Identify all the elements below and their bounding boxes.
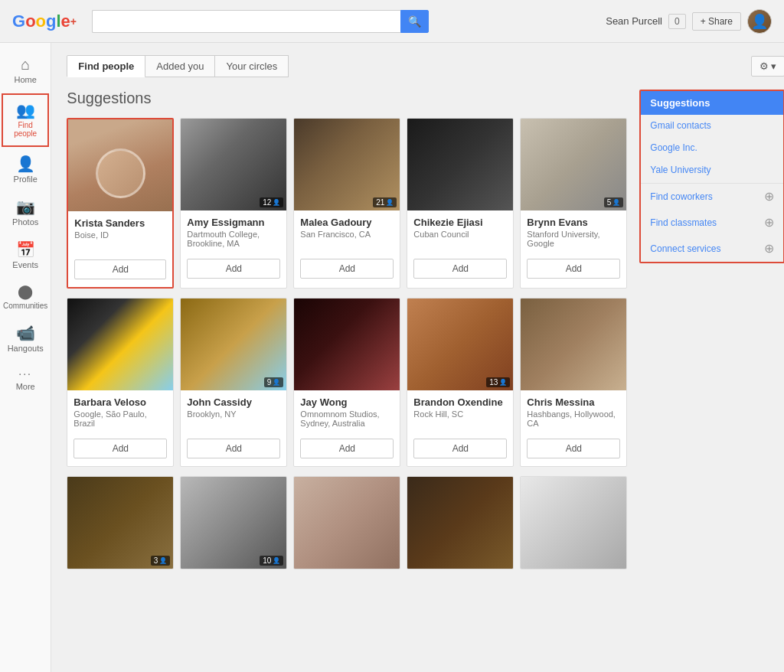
sidebar-item-events[interactable]: 📅 Events	[0, 234, 51, 277]
google-logo: Google+	[12, 11, 77, 31]
suggestions-panel-item-classmates[interactable]: Find classmates ⊕	[641, 210, 783, 236]
person-info-malea: Malea Gadoury San Francisco, CA Add	[294, 210, 400, 286]
person-name-brandon: Brandon Oxendine	[413, 396, 507, 408]
person-photo-chris	[521, 298, 626, 390]
suggestions-panel-item-gmail[interactable]: Gmail contacts	[641, 115, 783, 137]
person-photo-krista	[68, 119, 172, 211]
person-card-amy: 12👤 Amy Essigmann Dartmouth College, Bro…	[180, 118, 287, 289]
person-detail-brandon: Rock Hill, SC	[413, 409, 507, 431]
person-card-r3p4	[407, 476, 514, 569]
search-input[interactable]	[92, 10, 400, 33]
add-services-icon: ⊕	[764, 241, 774, 256]
person-photo-amy: 12👤	[181, 119, 286, 210]
add-button-amy[interactable]: Add	[187, 259, 280, 279]
person-card-chris: Chris Messina Hashbangs, Hollywood, CA A…	[520, 298, 627, 467]
sidebar-item-photos-label: Photos	[12, 217, 38, 227]
add-button-brandon[interactable]: Add	[413, 439, 507, 458]
person-photo-r3p1: 3👤	[67, 477, 173, 569]
mutual-badge-amy: 12👤	[260, 197, 283, 207]
photo-face	[68, 119, 172, 211]
sidebar-item-more-label: More	[16, 382, 35, 391]
suggestions-panel-item-google-inc[interactable]: Google Inc.	[641, 137, 783, 159]
add-button-jay[interactable]: Add	[300, 439, 394, 458]
tab-find-people[interactable]: Find people	[67, 55, 145, 77]
suggestions-panel-header: Suggestions	[641, 91, 783, 115]
sidebar-item-profile[interactable]: 👤 Profile	[0, 148, 51, 191]
sidebar-item-profile-label: Profile	[14, 175, 38, 184]
sidebar-item-communities[interactable]: ⬤ Communities	[0, 277, 51, 318]
search-icon: 🔍	[408, 15, 421, 28]
person-card-malea: 21👤 Malea Gadoury San Francisco, CA Add	[293, 118, 400, 289]
find-classmates-label: Find classmates	[650, 217, 717, 228]
person-card-barbara: Barbara Veloso Google, São Paulo, Brazil…	[67, 298, 174, 467]
person-name-chikezie: Chikezie Ejiasi	[413, 217, 507, 228]
person-photo-chikezie	[407, 119, 513, 210]
person-info-barbara: Barbara Veloso Google, São Paulo, Brazil…	[67, 390, 173, 466]
header: Google+ 🔍 Sean Purcell 0 + Share 👤	[0, 0, 784, 43]
avatar-image: 👤	[748, 10, 771, 33]
add-button-malea[interactable]: Add	[300, 259, 394, 279]
photo-bg	[294, 119, 400, 210]
sidebar-item-find-people-label: Find people	[6, 121, 44, 138]
sidebar-item-home-label: Home	[15, 75, 37, 84]
person-info-brandon: Brandon Oxendine Rock Hill, SC Add	[407, 390, 513, 466]
add-button-chris[interactable]: Add	[527, 439, 620, 458]
add-button-chikezie[interactable]: Add	[413, 259, 507, 279]
person-name-amy: Amy Essigmann	[187, 217, 280, 228]
person-card-john: 9👤 John Cassidy Brooklyn, NY Add	[180, 298, 287, 467]
sidebar-item-find-people[interactable]: 👥 Find people	[2, 93, 49, 147]
suggestions-panel: Suggestions Gmail contacts Google Inc. Y…	[639, 90, 784, 263]
sidebar-item-more[interactable]: ··· More	[0, 360, 51, 399]
add-button-john[interactable]: Add	[187, 439, 280, 458]
person-name-chris: Chris Messina	[527, 396, 620, 408]
search-button[interactable]: 🔍	[400, 10, 429, 33]
add-button-krista[interactable]: Add	[74, 259, 166, 279]
person-info-amy: Amy Essigmann Dartmouth College, Brookli…	[181, 210, 286, 286]
person-photo-jay	[294, 298, 400, 390]
more-icon: ···	[18, 368, 32, 379]
person-detail-john: Brooklyn, NY	[187, 409, 280, 431]
sidebar-item-hangouts[interactable]: 📹 Hangouts	[0, 318, 51, 360]
mutual-badge-john: 9👤	[264, 377, 284, 387]
notification-badge[interactable]: 0	[668, 14, 686, 29]
share-button[interactable]: + Share	[692, 12, 741, 31]
person-photo-r3p4	[407, 477, 513, 569]
content-body: Suggestions Krista Sanders Boise, ID	[67, 90, 784, 579]
hangouts-icon: 📹	[16, 325, 35, 341]
person-name-malea: Malea Gadoury	[300, 217, 394, 228]
communities-icon: ⬤	[18, 285, 33, 298]
people-row-1: Krista Sanders Boise, ID Add 12👤 Amy Ess…	[67, 118, 627, 289]
mutual-badge-brandon: 13👤	[486, 377, 510, 387]
person-name-krista: Krista Sanders	[74, 217, 166, 229]
home-icon: ⌂	[21, 57, 30, 72]
user-name: Sean Purcell	[606, 15, 662, 27]
person-detail-jay: Omnomnom Studios, Sydney, Australia	[300, 409, 394, 431]
sidebar-item-home[interactable]: ⌂ Home	[0, 49, 51, 92]
profile-icon: 👤	[16, 156, 35, 171]
sidebar-item-photos[interactable]: 📷 Photos	[0, 191, 51, 234]
person-photo-r3p5	[521, 477, 626, 569]
person-card-jay: Jay Wong Omnomnom Studios, Sydney, Austr…	[293, 298, 400, 467]
add-coworkers-icon: ⊕	[764, 189, 774, 204]
gear-button[interactable]: ⚙ ▾	[751, 56, 784, 77]
person-photo-r3p2: 10👤	[181, 477, 286, 569]
avatar[interactable]: 👤	[747, 9, 772, 34]
tab-your-circles[interactable]: Your circles	[214, 55, 289, 77]
people-row-2: Barbara Veloso Google, São Paulo, Brazil…	[67, 298, 627, 467]
add-button-barbara[interactable]: Add	[74, 439, 167, 458]
person-card-krista: Krista Sanders Boise, ID Add	[67, 118, 174, 289]
person-name-john: John Cassidy	[187, 396, 280, 408]
people-row-3: 3👤 10👤	[67, 476, 627, 569]
suggestions-panel-item-yale[interactable]: Yale University	[641, 159, 783, 181]
person-card-r3p5	[520, 476, 627, 569]
add-button-brynn[interactable]: Add	[527, 259, 620, 279]
suggestions-panel-item-coworkers[interactable]: Find coworkers ⊕	[641, 183, 783, 210]
find-coworkers-label: Find coworkers	[650, 191, 712, 202]
search-bar: 🔍	[92, 10, 429, 33]
person-photo-r3p3	[294, 477, 400, 569]
person-card-brandon: 13👤 Brandon Oxendine Rock Hill, SC Add	[407, 298, 514, 467]
mutual-badge-r3p2: 10👤	[260, 556, 283, 566]
sidebar-item-communities-label: Communities	[3, 302, 47, 310]
suggestions-panel-item-services[interactable]: Connect services ⊕	[641, 236, 783, 262]
tab-added-you[interactable]: Added you	[145, 55, 215, 77]
